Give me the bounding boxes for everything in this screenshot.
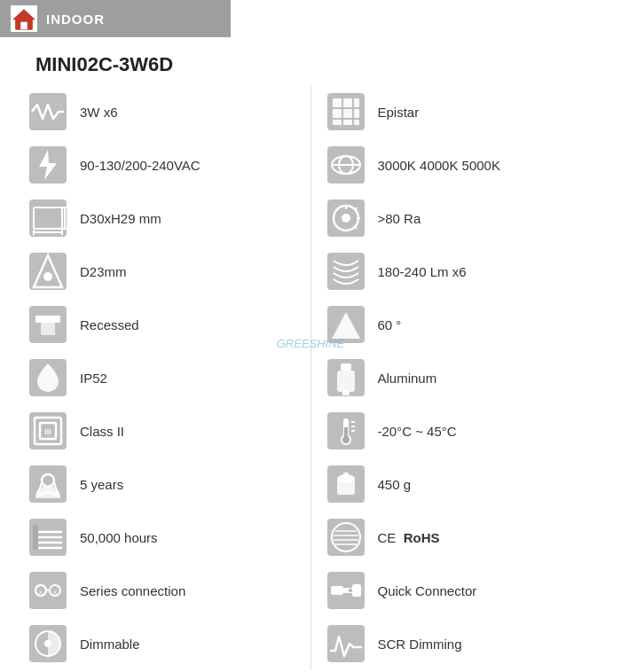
left-specs-col: 3W x6 90-130/200-240VAC xyxy=(18,85,306,670)
spec-warranty-text: 5 years xyxy=(80,477,123,492)
spec-beam: 60 ° xyxy=(316,298,604,351)
spec-dimension-text: D30xH29 mm xyxy=(80,211,161,226)
indoor-icon xyxy=(11,5,37,32)
spec-dimmable-text: Dimmable xyxy=(80,637,140,652)
svg-point-76 xyxy=(342,436,350,443)
spec-lumens-text: 180-240 Lm x6 xyxy=(378,264,467,279)
indoor-label: INDOOR xyxy=(46,12,105,27)
spec-power-text: 3W x6 xyxy=(80,105,118,120)
spec-hole: D23mm xyxy=(18,245,306,298)
svg-rect-1 xyxy=(20,22,27,29)
svg-rect-82 xyxy=(337,479,355,495)
spec-connector: Quick Connector xyxy=(316,564,604,617)
svg-rect-52 xyxy=(354,120,359,125)
spec-scr-text: SCR Dimming xyxy=(378,637,462,652)
svg-rect-46 xyxy=(354,98,359,107)
led-array-icon xyxy=(325,90,367,133)
waveform-icon xyxy=(27,90,69,133)
material-icon xyxy=(325,356,367,399)
spec-series-text: Series connection xyxy=(80,583,185,598)
warranty-icon xyxy=(27,463,69,505)
spec-beam-text: 60 ° xyxy=(378,317,402,332)
spec-ip: IP52 xyxy=(18,351,306,404)
spec-weight: 450 g xyxy=(316,457,604,511)
spec-material: Aluminum xyxy=(316,351,604,404)
product-title: MINI02C-3W6D xyxy=(35,53,621,76)
dimmer-icon xyxy=(27,622,69,665)
spec-dimmable: Dimmable xyxy=(18,617,306,670)
spec-voltage: 90-130/200-240VAC xyxy=(18,138,306,191)
right-specs-col: Epistar 3000K 4000K 5000K xyxy=(316,85,604,670)
cri-icon xyxy=(325,197,367,239)
svg-rect-94 xyxy=(349,589,352,592)
svg-rect-83 xyxy=(343,473,349,479)
svg-rect-95 xyxy=(327,625,365,662)
svg-rect-5 xyxy=(29,199,67,237)
svg-rect-93 xyxy=(352,584,361,597)
spec-cct-text: 3000K 4000K 5000K xyxy=(378,158,500,173)
svg-rect-71 xyxy=(346,390,350,395)
header-bar: INDOOR xyxy=(0,0,231,37)
svg-text:x: x xyxy=(39,588,43,596)
spec-warranty: 5 years xyxy=(18,457,306,511)
cct-icon xyxy=(325,144,367,186)
svg-rect-19 xyxy=(41,323,55,335)
svg-rect-45 xyxy=(343,98,352,107)
spec-recessed: Recessed xyxy=(18,298,306,351)
spec-cct: 3000K 4000K 5000K xyxy=(316,138,604,191)
svg-rect-32 xyxy=(33,525,38,550)
svg-point-42 xyxy=(44,640,51,647)
svg-rect-44 xyxy=(333,98,342,107)
spec-cert-text: CE RoHS xyxy=(378,530,440,545)
hole-icon xyxy=(27,250,69,293)
svg-rect-68 xyxy=(341,363,351,371)
recessed-icon xyxy=(27,303,69,346)
svg-rect-50 xyxy=(333,120,342,125)
spec-cri: >80 Ra xyxy=(316,191,604,245)
spec-led: Epistar xyxy=(316,85,604,138)
svg-text:III: III xyxy=(44,427,51,436)
spec-temp: -20°C ~ 45°C xyxy=(316,404,604,457)
svg-rect-49 xyxy=(354,109,359,118)
spec-hole-text: D23mm xyxy=(80,264,127,279)
temp-icon xyxy=(325,410,367,452)
specs-container: 3W x6 90-130/200-240VAC xyxy=(0,85,621,670)
spec-cri-text: >80 Ra xyxy=(378,211,421,226)
spec-power: 3W x6 xyxy=(18,85,306,138)
spec-class: III Class II xyxy=(18,404,306,457)
spec-temp-text: -20°C ~ 45°C xyxy=(378,424,457,439)
spec-scr: SCR Dimming xyxy=(316,617,604,670)
spec-class-text: Class II xyxy=(80,424,124,439)
svg-point-63 xyxy=(342,214,350,223)
svg-rect-51 xyxy=(343,120,352,125)
dimension-icon xyxy=(27,197,69,239)
spec-series: x x Series connection xyxy=(18,564,306,617)
svg-rect-69 xyxy=(337,371,355,392)
spec-lumens: 180-240 Lm x6 xyxy=(316,245,604,298)
svg-rect-91 xyxy=(331,586,343,595)
spec-connector-text: Quick Connector xyxy=(378,583,477,598)
svg-rect-48 xyxy=(343,109,352,118)
lumens-icon xyxy=(325,250,367,293)
weight-icon xyxy=(325,463,367,505)
svg-rect-70 xyxy=(342,390,346,395)
svg-rect-47 xyxy=(333,109,342,118)
connector-icon xyxy=(325,569,367,612)
hours-icon xyxy=(27,516,69,559)
spec-ip-text: IP52 xyxy=(80,371,107,386)
spec-cert: CE RoHS xyxy=(316,511,604,564)
ip-icon xyxy=(27,356,69,399)
svg-rect-84 xyxy=(327,519,365,556)
spec-recessed-text: Recessed xyxy=(80,317,139,332)
spec-dimension: D30xH29 mm xyxy=(18,191,306,245)
spec-led-text: Epistar xyxy=(378,105,420,120)
beam-icon xyxy=(325,303,367,346)
svg-rect-18 xyxy=(35,316,60,323)
cert-icon xyxy=(325,516,367,559)
spec-voltage-text: 90-130/200-240VAC xyxy=(80,158,200,173)
svg-text:x: x xyxy=(53,588,57,596)
lightning-icon xyxy=(27,144,69,186)
spec-weight-text: 450 g xyxy=(378,477,412,492)
spec-hours-text: 50,000 hours xyxy=(80,530,158,545)
scr-icon xyxy=(325,622,367,665)
